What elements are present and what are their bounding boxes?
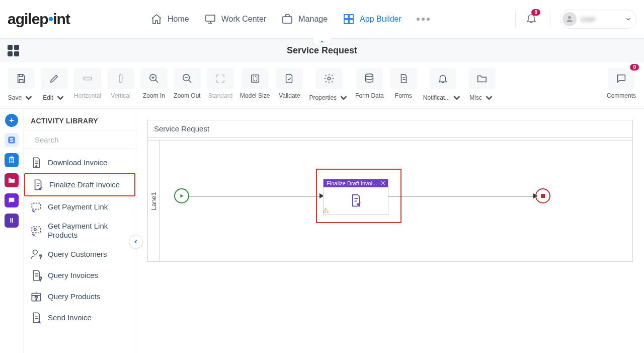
lib-item-query-customers[interactable]: ? Query Customers [24, 244, 136, 265]
warning-icon: ⚠ [323, 206, 329, 215]
forms-button[interactable]: Forms [390, 68, 417, 99]
lib-item-get-payment-link[interactable]: Get Payment Link [24, 196, 136, 218]
nav-work-center[interactable]: Work Center [204, 13, 267, 25]
link-products-icon [30, 224, 43, 237]
user-menu[interactable]: User [560, 10, 636, 29]
edge-activity-to-end [388, 196, 537, 196]
chevron-down-icon [451, 92, 462, 103]
rail-add-button[interactable] [5, 114, 18, 127]
notifications-tool-button[interactable]: Notificat... [423, 68, 462, 103]
svg-text:?: ? [39, 254, 42, 260]
header-right: 0 User [510, 10, 636, 29]
briefcase-icon [281, 13, 293, 25]
end-node[interactable] [535, 188, 550, 203]
left-rail: S II [0, 109, 23, 353]
properties-button[interactable]: Properties [309, 68, 349, 103]
database-icon [364, 73, 375, 84]
fit-icon [215, 73, 226, 84]
rail-chat-button[interactable] [5, 193, 19, 207]
home-icon [150, 13, 163, 25]
chevron-down-icon [23, 92, 34, 103]
zoom-out-button[interactable]: Zoom Out [174, 68, 201, 99]
comments-badge: 0 [630, 64, 639, 70]
lib-item-send-invoice[interactable]: Send Invoice [24, 307, 136, 328]
rail-stripe-button[interactable]: S [5, 133, 19, 147]
svg-text:S: S [10, 137, 13, 143]
activity-settings-button[interactable] [380, 180, 386, 187]
collapse-sidebar-button[interactable] [129, 235, 143, 249]
edge-start-to-activity [189, 196, 323, 196]
svg-rect-0 [206, 15, 215, 21]
svg-rect-1 [283, 17, 292, 23]
notifications-button[interactable]: 0 [525, 12, 537, 26]
gear-icon [380, 180, 386, 186]
canvas-area[interactable]: Service Request Lane1 Finalize Draft Inv… [136, 109, 644, 353]
nav-home[interactable]: Home [150, 13, 189, 25]
chevron-up-icon [319, 39, 325, 44]
doc-download-icon [30, 156, 43, 169]
rail-ii-button[interactable]: II [5, 214, 19, 228]
svg-point-27 [382, 182, 384, 184]
bell-icon [437, 73, 448, 84]
logo: agilep•int [8, 11, 70, 28]
notification-badge: 0 [531, 9, 540, 16]
edit-button[interactable]: Edit [41, 68, 68, 103]
svg-rect-11 [251, 75, 259, 83]
svg-text:?: ? [39, 276, 42, 282]
svg-rect-4 [344, 20, 348, 24]
svg-point-21 [34, 229, 36, 231]
chevron-down-icon [625, 16, 632, 23]
top-header: agilep•int Home Work Center Manage App B… [0, 0, 644, 39]
lib-item-query-invoices[interactable]: ? Query Invoices [24, 265, 136, 286]
lib-item-query-products[interactable]: ? Query Products [24, 286, 136, 307]
validate-icon [284, 73, 295, 84]
form-data-button[interactable]: Form Data [355, 68, 384, 99]
activity-library-panel: ACTIVITY LIBRARY Download Invoice Finali… [23, 109, 136, 353]
clipboard-icon [8, 156, 16, 164]
nav-app-builder[interactable]: App Builder [343, 13, 401, 25]
primary-nav: Home Work Center Manage App Builder [70, 13, 510, 25]
chevron-down-icon [55, 92, 66, 103]
vertical-button[interactable]: Vertical [107, 68, 134, 99]
horizontal-button[interactable]: Horizontal [74, 68, 101, 99]
search-input[interactable] [35, 135, 130, 144]
rail-folder-button[interactable] [5, 173, 19, 187]
standard-button[interactable]: Standard [207, 68, 234, 99]
document-icon [398, 73, 409, 84]
start-node[interactable] [174, 188, 189, 203]
save-button[interactable]: Save [8, 68, 35, 103]
svg-rect-7 [84, 77, 92, 80]
library-list: Download Invoice Finalize Draft Invoice … [24, 149, 136, 331]
comments-button[interactable]: 0 Comments [606, 68, 636, 99]
doc-check-icon [348, 193, 363, 208]
rail-clipboard-button[interactable] [5, 153, 19, 167]
user-query-icon: ? [30, 248, 43, 261]
svg-text:?: ? [35, 295, 38, 301]
stop-icon [541, 194, 545, 198]
save-icon [16, 73, 27, 84]
zoom-in-button[interactable]: Zoom In [140, 68, 168, 99]
nav-manage[interactable]: Manage [281, 13, 328, 25]
lib-item-finalize-draft-invoice[interactable]: Finalize Draft Invoice [24, 173, 135, 196]
chat-icon [8, 196, 16, 204]
lane-body[interactable]: Finalize Draft Invoi... ⚠ [160, 140, 632, 261]
app-switcher[interactable] [8, 45, 19, 56]
chevron-down-icon [338, 92, 349, 103]
box-query-icon: ? [30, 290, 43, 303]
model-size-button[interactable]: Model Size [240, 68, 270, 99]
zoom-in-icon [148, 73, 159, 84]
comment-icon [616, 73, 627, 84]
fullscreen-icon [250, 73, 261, 84]
lib-item-get-payment-link-products[interactable]: Get Payment Link Products [24, 218, 136, 244]
misc-button[interactable]: Misc [468, 68, 496, 103]
toolbar: Save Edit Horizontal Vertical Zoom In Zo… [0, 62, 644, 109]
pencil-icon [49, 73, 60, 84]
doc-query-icon: ? [30, 269, 43, 282]
lib-item-download-invoice[interactable]: Download Invoice [24, 152, 136, 173]
validate-button[interactable]: Validate [276, 68, 303, 99]
nav-more[interactable] [417, 18, 430, 21]
s-icon: S [7, 135, 16, 145]
process-canvas: Service Request Lane1 Finalize Draft Inv… [147, 120, 633, 262]
lane-label: Lane1 [148, 140, 160, 261]
collapse-header-button[interactable] [312, 38, 332, 45]
